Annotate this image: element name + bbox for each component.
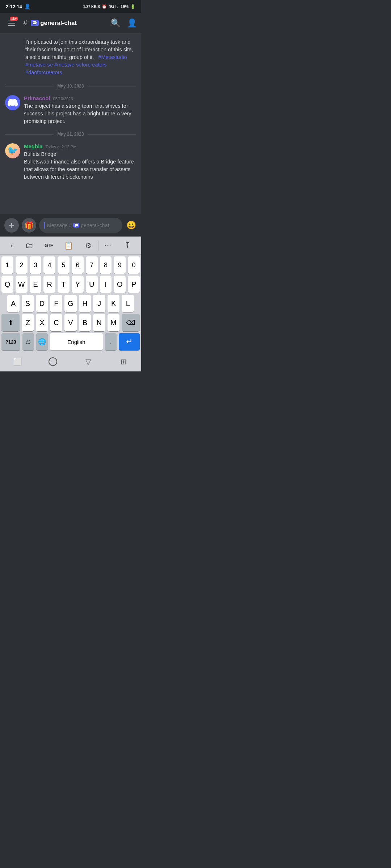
msg-header-2: Meghla Today at 2:12 PM	[24, 143, 136, 149]
sep-line-left	[5, 86, 54, 86]
avatar-primacool	[5, 95, 20, 110]
key-j[interactable]: J	[93, 295, 105, 312]
search-button[interactable]: 🔍	[111, 18, 121, 28]
key-y[interactable]: Y	[72, 276, 84, 293]
discord-logo-icon	[8, 98, 18, 108]
input-channel-name: general-chat	[81, 222, 109, 228]
top-message: I'm pleased to join this extraordinary t…	[0, 37, 141, 80]
nav-back-button[interactable]: ▽	[79, 355, 97, 369]
battery-icon: 19%	[121, 4, 129, 9]
key-d[interactable]: D	[36, 295, 48, 312]
key-v[interactable]: V	[64, 314, 76, 331]
plus-icon	[8, 222, 15, 229]
message-input-field[interactable]: Message # 💬 general-chat	[39, 218, 122, 233]
hamburger-menu-button[interactable]: 1k+	[4, 16, 19, 30]
period-key[interactable]: .	[105, 333, 117, 350]
msg-text-1: The project has a strong team that striv…	[24, 102, 136, 125]
key-1[interactable]: 1	[1, 256, 13, 274]
key-f[interactable]: F	[50, 295, 63, 312]
key-a[interactable]: A	[7, 295, 20, 312]
network-icon: 4G↑↓	[109, 4, 119, 9]
settings-button[interactable]: ⚙	[79, 237, 98, 255]
channel-hash-icon: #	[23, 19, 27, 27]
keyboard-toolbar: ‹ 🗂 GIF 📋 ⚙ ··· 🎙	[0, 237, 141, 255]
circle-icon	[49, 357, 57, 366]
top-bar: 1k+ # 💬 general-chat 🔍 👤	[0, 13, 141, 33]
bottom-navigation: ⬜ ▽ ⊞	[0, 353, 141, 371]
top-message-text: I'm pleased to join this extraordinary t…	[25, 39, 133, 75]
key-e[interactable]: E	[30, 276, 42, 293]
emoji-button[interactable]: 😀	[125, 220, 137, 231]
emoji-face-key[interactable]: ☺	[22, 333, 34, 350]
microphone-button[interactable]: 🎙	[118, 237, 138, 255]
gear-icon: ⚙	[85, 241, 92, 250]
nav-home-button[interactable]	[44, 355, 62, 369]
shift-key[interactable]: ⬆	[1, 314, 20, 331]
more-dots-icon: ···	[105, 242, 112, 249]
key-2[interactable]: 2	[16, 256, 28, 274]
globe-key[interactable]: 🌐	[36, 333, 48, 350]
symbols-key[interactable]: ?123	[1, 333, 20, 350]
add-attachment-button[interactable]	[4, 218, 19, 233]
key-5[interactable]: 5	[58, 256, 70, 274]
space-key[interactable]: English	[50, 333, 102, 350]
clipboard-button[interactable]: 📋	[59, 237, 78, 255]
triangle-icon: ▽	[85, 357, 91, 366]
key-o[interactable]: O	[114, 276, 126, 293]
key-u[interactable]: U	[86, 276, 98, 293]
key-q[interactable]: Q	[1, 276, 13, 293]
key-r[interactable]: R	[43, 276, 55, 293]
backspace-key[interactable]: ⌫	[122, 314, 140, 331]
gift-button[interactable]: 🎁	[22, 218, 36, 233]
key-3[interactable]: 3	[30, 256, 42, 274]
nav-square-button[interactable]: ⬜	[9, 355, 27, 369]
key-0[interactable]: 0	[128, 256, 140, 274]
profile-button[interactable]: 👤	[127, 18, 137, 28]
sep-line-left-2	[5, 134, 54, 135]
bird-avatar-icon: 🐦	[5, 143, 20, 158]
placeholder-text: Message #	[47, 222, 72, 228]
keyboard-back-button[interactable]: ‹	[4, 237, 20, 255]
square-icon: ⬜	[13, 357, 22, 366]
key-n[interactable]: N	[93, 314, 105, 331]
date-separator-1: May 10, 2023	[0, 80, 141, 92]
sep-line-right	[88, 86, 136, 86]
key-p[interactable]: P	[128, 276, 140, 293]
date-sep-text-2: May 21, 2023	[57, 132, 84, 137]
sticker-button[interactable]: 🗂	[20, 237, 39, 255]
key-z[interactable]: Z	[22, 314, 34, 331]
key-g[interactable]: G	[64, 295, 77, 312]
more-button[interactable]: ···	[98, 237, 118, 255]
asdf-row: A S D F G H J K L	[0, 293, 141, 312]
clipboard-icon: 📋	[64, 241, 73, 250]
key-w[interactable]: W	[16, 276, 28, 293]
gif-button[interactable]: GIF	[39, 237, 59, 255]
key-k[interactable]: K	[108, 295, 120, 312]
notification-badge: 1k+	[10, 17, 18, 21]
key-c[interactable]: C	[50, 314, 62, 331]
key-h[interactable]: H	[79, 295, 91, 312]
key-8[interactable]: 8	[100, 256, 112, 274]
key-x[interactable]: X	[36, 314, 48, 331]
grid-icon: ⊞	[121, 357, 127, 366]
keyboard: 1 2 3 4 5 6 7 8 9 0 Q W E R T Y U I O P …	[0, 255, 141, 353]
username-primacool: Primacool	[24, 95, 50, 101]
key-s[interactable]: S	[22, 295, 34, 312]
enter-key[interactable]: ↵	[119, 333, 140, 350]
key-b[interactable]: B	[79, 314, 91, 331]
key-m[interactable]: M	[108, 314, 119, 331]
key-t[interactable]: T	[58, 276, 70, 293]
input-bubble-icon: 💬	[73, 223, 79, 227]
key-6[interactable]: 6	[72, 256, 84, 274]
gift-icon: 🎁	[25, 221, 34, 230]
number-row: 1 2 3 4 5 6 7 8 9 0	[0, 255, 141, 274]
avatar-meghla: 🐦	[5, 143, 20, 158]
key-9[interactable]: 9	[114, 256, 126, 274]
nav-recents-button[interactable]: ⊞	[114, 355, 133, 369]
key-l[interactable]: L	[122, 295, 134, 312]
alarm-icon: ⏰	[102, 4, 107, 9]
key-i[interactable]: I	[100, 276, 112, 293]
key-4[interactable]: 4	[43, 256, 55, 274]
key-7[interactable]: 7	[86, 256, 98, 274]
channel-bubble-icon: 💬	[31, 20, 39, 26]
